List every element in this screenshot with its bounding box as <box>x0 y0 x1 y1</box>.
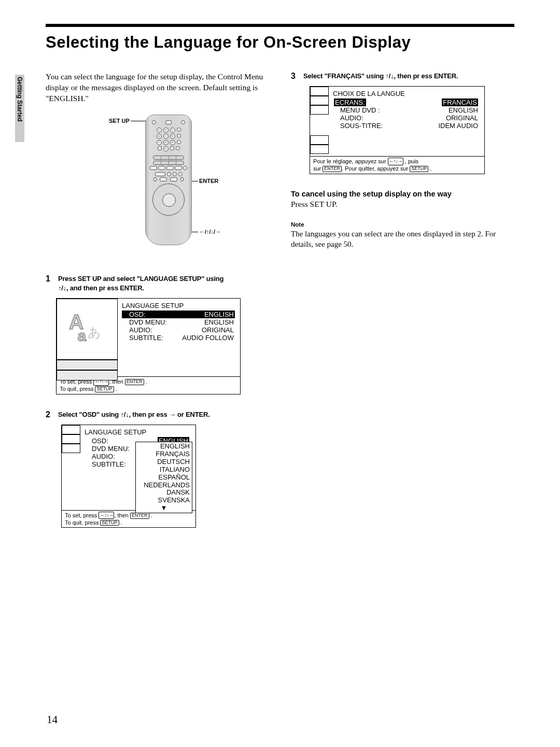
menu-row: OSD:ENGLISH <box>122 311 235 318</box>
side-tab-label: Getting Started <box>16 77 23 122</box>
svg-text:あ: あ <box>88 325 102 340</box>
language-icon: A a あ <box>65 307 109 351</box>
osd-menu-3: CHOIX DE LA LANGUE ECRANS: FRANCAIS MENU… <box>310 86 485 174</box>
step-number: 3 <box>291 72 298 81</box>
remote-label-setup: SET UP <box>109 118 130 124</box>
step-2: 2 Select "OSD" using ↑/↓, then pr ess → … <box>46 410 266 419</box>
step-3: 3 Select "FRANÇAIS" using ↑/↓, then pr e… <box>291 72 511 81</box>
menu-row: SOUS-TITRE:IDEM AUDIO <box>333 122 479 130</box>
step-text: Select "FRANÇAIS" using ↑/↓, then pr ess… <box>303 72 458 81</box>
menu-title: CHOIX DE LA LANGUE <box>333 90 479 97</box>
step-text: Select "OSD" using ↑/↓, then pr ess → or… <box>58 410 210 419</box>
step-number: 2 <box>46 410 53 419</box>
remote-diagram: SET UP ENTER ←/↑/↓/→ 123 456 789 0 <box>77 114 266 259</box>
step-number: 1 <box>46 274 53 284</box>
menu-row: MENU DVD :ENGLISH <box>333 106 479 114</box>
page-number: 14 <box>47 713 58 726</box>
callout-line <box>131 121 146 121</box>
menu-row: SUBTITLE:AUDIO FOLLOW <box>122 334 235 342</box>
osd-menu-1: A a あ LANGUAGE SETUP OSD:ENGLISH DVD MEN… <box>56 298 241 394</box>
language-dropdown: ENGLISH FRANÇAIS DEUTSCH ITALIANO ESPAÑO… <box>135 442 192 513</box>
step-1: 1 Press SET UP and select "LANGUAGE SETU… <box>46 274 266 293</box>
cancel-heading: To cancel using the setup display on the… <box>291 190 511 198</box>
remote-label-arrows: ←/↑/↓/→ <box>199 229 221 235</box>
menu-row: AUDIO:ORIGINAL <box>122 326 235 334</box>
osd-menu-2: LANGUAGE SETUP OSD:ENGLISH DVD MENU: AUD… <box>61 425 196 528</box>
note-label: Note <box>291 221 511 228</box>
menu-title: LANGUAGE SETUP <box>122 302 235 309</box>
svg-text:a: a <box>78 328 87 345</box>
left-column: You can select the language for the setu… <box>46 72 266 543</box>
menu-title: LANGUAGE SETUP <box>85 428 190 436</box>
step-text: Press SET UP and select "LANGUAGE SETUP"… <box>58 274 223 293</box>
top-rule <box>46 24 514 27</box>
menu-row: DVD MENU:ENGLISH <box>122 318 235 326</box>
menu-row: AUDIO:ORIGINAL <box>333 114 479 122</box>
right-column: 3 Select "FRANÇAIS" using ↑/↓, then pr e… <box>291 72 511 543</box>
page-title: Selecting the Language for On-Screen Dis… <box>46 33 514 52</box>
menu-row: ECRANS: FRANCAIS <box>333 98 479 106</box>
note-body: The languages you can select are the one… <box>291 229 511 250</box>
remote-body: 123 456 789 0 <box>145 115 192 245</box>
remote-label-enter: ENTER <box>199 178 218 184</box>
intro-text: You can select the language for the setu… <box>46 72 266 104</box>
osd-footer: Pour le réglage, appuyez sur ←↑↓→ , puis… <box>310 156 484 174</box>
cancel-body: Press SET UP. <box>291 199 511 210</box>
